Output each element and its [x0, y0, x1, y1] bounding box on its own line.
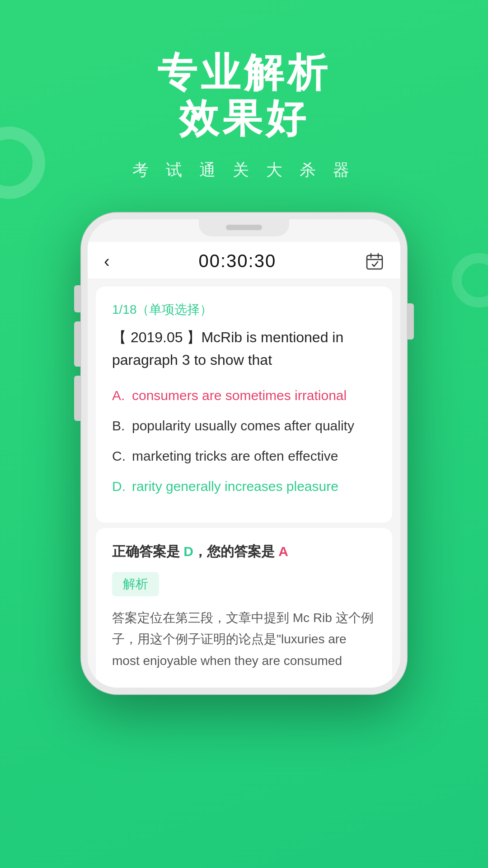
- hero-title-line2: 效果好: [157, 95, 331, 141]
- correct-answer-line: 正确答案是 D，您的答案是 A: [112, 542, 376, 561]
- header-bar: ‹ 00:30:30: [88, 242, 400, 278]
- phone-volume-up-button: [74, 321, 80, 367]
- deco-circle-left: [0, 127, 45, 199]
- phone-power-button: [408, 303, 414, 340]
- hero-title-line1: 专业解析: [157, 50, 331, 95]
- option-c[interactable]: C. marketing tricks are often effective: [112, 446, 376, 466]
- option-b[interactable]: B. popularity usually comes after qualit…: [112, 415, 376, 436]
- option-d[interactable]: D. rarity generally increases pleasure: [112, 476, 376, 496]
- phone-content: ‹ 00:30:30 1/18（单项选择）: [88, 219, 400, 688]
- analysis-text: 答案定位在第三段，文章中提到 Mc Rib 这个例子，用这个例子证明的论点是"l…: [112, 607, 376, 672]
- svg-rect-0: [367, 255, 382, 269]
- phone-mute-button: [74, 285, 80, 312]
- option-b-text: popularity usually comes after quality: [132, 415, 376, 436]
- option-a-text: consumers are sometimes irrational: [132, 385, 376, 406]
- question-text: 【 2019.05 】McRib is mentioned in paragra…: [112, 326, 376, 371]
- back-button[interactable]: ‹: [104, 253, 110, 270]
- phone-outer: ‹ 00:30:30 1/18（单项选择）: [81, 213, 407, 694]
- question-card: 1/18（单项选择） 【 2019.05 】McRib is mentioned…: [96, 287, 392, 522]
- question-number: 1/18（单项选择）: [112, 301, 376, 318]
- wrong-letter: A: [278, 544, 288, 559]
- option-d-label: D.: [112, 476, 132, 496]
- option-d-text: rarity generally increases pleasure: [132, 476, 376, 496]
- phone-notch: [199, 219, 289, 236]
- option-c-text: marketing tricks are often effective: [132, 446, 376, 466]
- deco-circle-right: [452, 253, 488, 307]
- analysis-badge: 解析: [112, 572, 159, 596]
- hero-title: 专业解析 效果好: [157, 50, 331, 141]
- timer-display: 00:30:30: [198, 251, 276, 271]
- answer-card: 正确答案是 D，您的答案是 A 解析 答案定位在第三段，文章中提到 Mc Rib…: [96, 528, 392, 688]
- calendar-icon[interactable]: [365, 252, 384, 271]
- correct-prefix: 正确答案是: [112, 544, 183, 559]
- phone-volume-down-button: [74, 376, 80, 421]
- option-a-label: A.: [112, 385, 132, 406]
- background: 专业解析 效果好 考 试 通 关 大 杀 器 ‹ 00:30:30: [0, 0, 488, 868]
- option-a[interactable]: A. consumers are sometimes irrational: [112, 385, 376, 406]
- option-b-label: B.: [112, 415, 132, 436]
- hero-subtitle: 考 试 通 关 大 杀 器: [132, 159, 356, 181]
- correct-letter: D: [183, 544, 193, 559]
- option-c-label: C.: [112, 446, 132, 466]
- phone-screen: ‹ 00:30:30 1/18（单项选择）: [88, 219, 400, 688]
- phone-speaker: [226, 225, 262, 230]
- phone-wrapper: ‹ 00:30:30 1/18（单项选择）: [72, 213, 416, 694]
- mid-text: ，您的答案是: [193, 544, 278, 559]
